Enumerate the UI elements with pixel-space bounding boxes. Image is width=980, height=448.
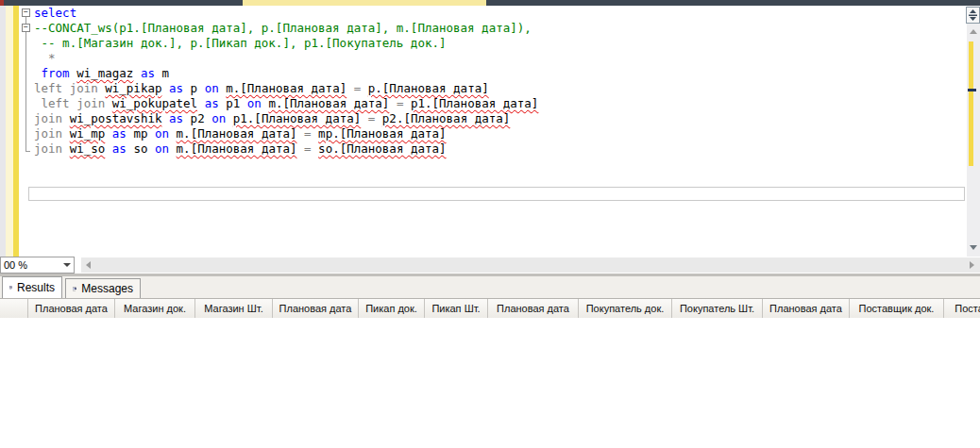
code-line[interactable]: join wi_mp as mp on m.[Плановая дата] = … — [19, 126, 967, 141]
sql-token-misspelled: wi_magaz — [76, 66, 133, 80]
sql-token: = — [304, 141, 312, 156]
sql-token: so — [127, 141, 155, 156]
sql-token — [62, 126, 70, 141]
sql-token: join — [34, 126, 62, 141]
column-header[interactable]: Покупатель док. — [579, 299, 672, 318]
sql-token — [105, 141, 112, 156]
sql-token: as — [169, 81, 183, 95]
sql-token — [346, 81, 354, 95]
sql-token: as — [141, 66, 155, 80]
column-header[interactable]: Покупатель Шт. — [672, 299, 763, 318]
sql-token-misspelled: m.[Плановая дата] — [268, 96, 389, 110]
sql-token-misspelled: mp.[Плановая дата] — [318, 126, 446, 141]
sql-token — [297, 126, 305, 141]
code-line[interactable]: −select — [19, 6, 967, 21]
results-tabstrip — [0, 276, 980, 298]
fold-collapse-icon[interactable]: − — [22, 24, 30, 32]
sql-token: as — [112, 141, 127, 156]
sql-token-misspelled: wi_so — [70, 141, 106, 156]
sql-token: p1 — [219, 96, 247, 110]
sql-token: --CONCAT_ws(p1.[Плановая дата], p.[Плано… — [34, 21, 532, 35]
sql-token — [169, 141, 177, 156]
sql-token — [361, 111, 368, 125]
sql-token-misspelled: so.[Плановая дата] — [318, 141, 446, 156]
horizontal-scrollbar[interactable] — [81, 257, 980, 273]
sql-token: select — [34, 6, 76, 20]
code-line[interactable]: join wi_so as so on m.[Плановая дата] = … — [19, 141, 967, 157]
sql-token: as — [169, 111, 183, 125]
sql-token — [312, 141, 319, 156]
arrow-left-icon — [86, 261, 91, 269]
column-header[interactable]: Пикап док. — [359, 299, 425, 318]
zoom-value: 00 % — [4, 259, 27, 271]
sql-token — [226, 111, 233, 125]
sql-token: mp — [127, 126, 155, 141]
sql-token: p — [183, 81, 205, 95]
row-header-stub[interactable] — [0, 299, 28, 318]
caret-line-highlight[interactable] — [28, 187, 965, 201]
tab-results[interactable]: Results — [2, 276, 62, 298]
sql-token-misspelled: p2.[Плановая дата] — [382, 111, 510, 125]
code-line[interactable]: left join wi_pokupatel as p1 on m.[Плано… — [19, 96, 967, 111]
sql-token-misspelled: p.[Плановая дата] — [368, 81, 489, 95]
column-header[interactable]: Магазин Шт. — [195, 299, 273, 318]
sql-token-misspelled: wi_postavshik — [70, 111, 162, 125]
sql-token — [34, 66, 42, 80]
column-header[interactable]: Плановая дата — [488, 299, 579, 318]
sql-token — [161, 81, 169, 95]
editor-split-handle[interactable] — [966, 7, 980, 24]
scroll-up-button[interactable] — [967, 25, 980, 37]
sql-token: on — [247, 96, 262, 110]
code-line[interactable]: left join wi_pikap as p on m.[Плановая д… — [19, 81, 967, 96]
sql-token — [62, 141, 70, 156]
zoom-select[interactable]: 00 % — [0, 257, 75, 274]
sql-token-misspelled: m.[Плановая дата] — [226, 81, 346, 95]
sql-token — [389, 96, 397, 110]
sql-token: on — [155, 126, 169, 141]
code-line[interactable]: join wi_postavshik as p2 on p1.[Плановая… — [19, 111, 967, 126]
code-line[interactable]: −--CONCAT_ws(p1.[Плановая дата], p.[План… — [19, 21, 967, 36]
messages-icon — [73, 283, 76, 295]
sql-token: as — [205, 96, 219, 110]
sql-token-misspelled: m.[Плановая дата] — [177, 126, 297, 141]
tab-results-label: Results — [17, 281, 55, 294]
column-header[interactable]: Магазин док. — [115, 299, 195, 318]
sql-token — [34, 96, 42, 110]
fold-collapse-icon[interactable]: − — [22, 8, 30, 17]
arrow-down-icon — [970, 245, 977, 250]
scroll-right-button[interactable] — [965, 257, 978, 273]
code-line[interactable]: -- m.[Магазин док.], p.[Пикап док.], p1.… — [19, 36, 967, 51]
sql-token — [297, 141, 305, 156]
sql-token: on — [155, 141, 169, 156]
sql-token — [133, 66, 141, 80]
sql-token — [361, 81, 368, 95]
column-header[interactable]: Постав — [944, 299, 980, 318]
sql-token: m — [155, 66, 169, 80]
sql-token: as — [112, 126, 127, 141]
code-line[interactable]: from wi_magaz as m — [19, 66, 967, 81]
column-header[interactable]: Пикап Шт. — [425, 299, 488, 318]
sql-token: from — [42, 66, 70, 80]
sql-token-misspelled: p1.[Плановая дата] — [233, 111, 361, 125]
column-header[interactable]: Плановая дата — [273, 299, 359, 318]
sql-token: * — [34, 51, 56, 65]
sql-token — [169, 126, 177, 141]
code-lines: −select−--CONCAT_ws(p1.[Плановая дата], … — [19, 6, 967, 157]
sql-token: on — [205, 81, 219, 95]
tab-messages-label: Messages — [81, 282, 133, 295]
scroll-down-button[interactable] — [967, 241, 980, 253]
sql-token — [105, 96, 112, 110]
tab-messages[interactable]: Messages — [65, 278, 141, 298]
scrollbar-change-annotation — [969, 41, 973, 166]
scroll-left-button[interactable] — [81, 257, 94, 273]
sql-token — [197, 96, 205, 110]
column-header[interactable]: Плановая дата — [28, 299, 115, 318]
editor-indicator-margin[interactable] — [6, 6, 13, 257]
code-line[interactable]: * — [19, 51, 967, 66]
sql-token-misspelled: p1.[Плановая дата] — [411, 96, 538, 110]
results-grid-header: Плановая датаМагазин док.Магазин Шт.План… — [0, 298, 980, 318]
column-header[interactable]: Поставщик док. — [850, 299, 944, 318]
sql-token — [375, 111, 382, 125]
column-header[interactable]: Плановая дата — [763, 299, 850, 318]
sql-token: = — [304, 126, 312, 141]
